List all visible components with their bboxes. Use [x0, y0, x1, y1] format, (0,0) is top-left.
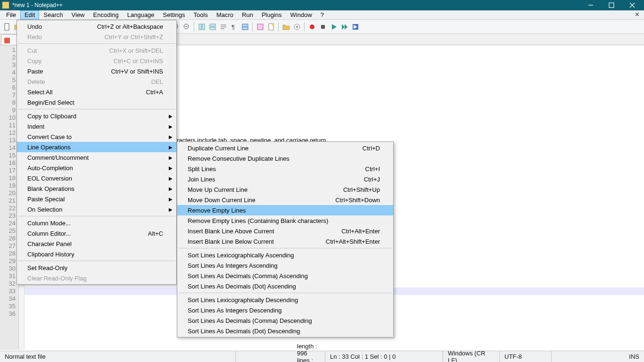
menu-column-mode[interactable]: Column Mode...	[17, 218, 176, 228]
menu-remove-dup[interactable]: Remove Consecutive Duplicate Lines	[177, 153, 393, 164]
maximize-button[interactable]	[602, 0, 621, 10]
menu-sort-lex-asc[interactable]: Sort Lines Lexicographically Ascending	[177, 250, 393, 260]
menu-copy[interactable]: CopyCtrl+C or Ctrl+INS	[17, 56, 176, 66]
menu-sort-int-desc[interactable]: Sort Lines As Integers Descending	[177, 305, 393, 315]
folder-icon[interactable]	[281, 22, 291, 32]
svg-rect-37	[202, 24, 205, 30]
menu-language[interactable]: Language	[123, 10, 159, 19]
svg-rect-46	[257, 24, 263, 30]
menu-sort-dec-c-asc[interactable]: Sort Lines As Decimals (Comma) Ascending	[177, 271, 393, 281]
play-icon[interactable]	[329, 22, 339, 32]
menu-select-all[interactable]: Select AllCtrl+A	[17, 87, 176, 97]
show-all-chars-icon[interactable]: ¶	[229, 22, 239, 32]
minimize-button[interactable]	[581, 0, 601, 10]
menu-eol[interactable]: EOL Conversion▶	[17, 173, 176, 183]
record-icon[interactable]	[307, 22, 317, 32]
zoom-out-icon[interactable]	[182, 22, 191, 32]
menu-insert-below[interactable]: Insert Blank Line Below CurrentCtrl+Alt+…	[177, 236, 393, 247]
monitor-icon[interactable]	[292, 22, 302, 32]
menu-file[interactable]: File	[2, 10, 20, 19]
menu-comment[interactable]: Comment/Uncomment▶	[17, 152, 176, 163]
menu-tools[interactable]: Tools	[190, 10, 212, 19]
menu-indent[interactable]: Indent▶	[17, 121, 176, 132]
menu-split-lines[interactable]: Split LinesCtrl+I	[177, 164, 393, 174]
edit-menu-dropdown: UndoCtrl+Z or Alt+Backspace RedoCtrl+Y o…	[17, 20, 177, 285]
menu-help[interactable]: ?	[316, 10, 328, 19]
svg-rect-39	[210, 27, 215, 30]
sync-v-icon[interactable]	[197, 22, 206, 32]
sync-h-icon[interactable]	[207, 22, 217, 32]
svg-rect-4	[5, 24, 9, 30]
menu-copy-clipboard[interactable]: Copy to Clipboard▶	[17, 111, 176, 121]
menu-paste[interactable]: PasteCtrl+V or Shift+INS	[17, 66, 176, 76]
save-macro-icon[interactable]	[350, 22, 360, 32]
status-length: length : 996 lines : 36	[236, 351, 325, 362]
menu-duplicate-line[interactable]: Duplicate Current LineCtrl+D	[177, 143, 393, 153]
close-document-icon[interactable]: ×	[630, 10, 644, 19]
menu-insert-above[interactable]: Insert Blank Line Above CurrentCtrl+Alt+…	[177, 226, 393, 236]
menu-move-down[interactable]: Move Down Current LineCtrl+Shift+Down	[177, 195, 393, 205]
status-filetype: Normal text file	[0, 351, 236, 362]
menu-clipboard-history[interactable]: Clipboard History	[17, 249, 176, 259]
lang-icon[interactable]	[255, 22, 265, 32]
menu-sort-dec-d-asc[interactable]: Sort Lines As Decimals (Dot) Ascending	[177, 281, 393, 291]
status-eol: Windows (CR LF)	[443, 351, 500, 362]
stop-icon[interactable]	[318, 22, 328, 32]
svg-rect-52	[321, 25, 325, 29]
menu-join-lines[interactable]: Join LinesCtrl+J	[177, 174, 393, 184]
svg-rect-1	[609, 3, 614, 8]
menu-move-up[interactable]: Move Up Current LineCtrl+Shift+Up	[177, 184, 393, 195]
menu-run[interactable]: Run	[238, 10, 257, 19]
menu-set-readonly[interactable]: Set Read-Only	[17, 263, 176, 273]
svg-text:¶: ¶	[231, 24, 235, 31]
menu-edit[interactable]: Edit	[20, 10, 39, 19]
menubar: File Edit Search View Encoding Language …	[0, 10, 644, 20]
menu-clear-readonly[interactable]: Clear Read-Only Flag	[17, 273, 176, 283]
menu-sort-dec-d-desc[interactable]: Sort Lines As Decimals (Dot) Descending	[177, 326, 393, 336]
menu-window[interactable]: Window	[286, 10, 316, 19]
close-button[interactable]	[622, 0, 642, 10]
menu-auto-completion[interactable]: Auto-Completion▶	[17, 163, 176, 173]
menu-column-editor[interactable]: Column Editor...Alt+C	[17, 228, 176, 239]
menu-sort-int-asc[interactable]: Sort Lines As Integers Ascending	[177, 260, 393, 271]
menu-encoding[interactable]: Encoding	[89, 10, 123, 19]
svg-point-51	[310, 25, 314, 29]
menu-character-panel[interactable]: Character Panel	[17, 239, 176, 249]
statusbar: Normal text file length : 996 lines : 36…	[0, 351, 644, 362]
menu-search[interactable]: Search	[39, 10, 67, 19]
menu-settings[interactable]: Settings	[159, 10, 190, 19]
menu-view[interactable]: View	[67, 10, 89, 19]
menu-sort-lex-desc[interactable]: Sort Lines Lexicographically Descending	[177, 295, 393, 305]
svg-point-48	[272, 24, 274, 26]
line-operations-submenu: Duplicate Current LineCtrl+D Remove Cons…	[177, 141, 394, 337]
wrap-icon[interactable]	[218, 22, 228, 32]
indent-guide-icon[interactable]	[240, 22, 250, 32]
svg-rect-38	[210, 24, 215, 26]
window-title: *new 1 - Notepad++	[12, 2, 581, 8]
menu-remove-empty-lines[interactable]: Remove Empty Lines	[177, 205, 393, 215]
menu-begin-end-select[interactable]: Begin/End Select	[17, 97, 176, 107]
titlebar: *new 1 - Notepad++	[0, 0, 644, 10]
app-icon	[2, 1, 9, 9]
menu-cut[interactable]: CutCtrl+X or Shift+DEL	[17, 45, 176, 56]
menu-plugins[interactable]: Plugins	[257, 10, 286, 19]
menu-macro[interactable]: Macro	[212, 10, 238, 19]
menu-blank-ops[interactable]: Blank Operations▶	[17, 183, 176, 194]
menu-sort-dec-c-desc[interactable]: Sort Lines As Decimals (Comma) Descendin…	[177, 315, 393, 326]
status-ins: INS	[624, 351, 644, 362]
menu-remove-empty-blank[interactable]: Remove Empty Lines (Containing Blank cha…	[177, 215, 393, 226]
new-file-icon[interactable]	[2, 22, 12, 32]
tab-modified-icon	[4, 38, 10, 43]
svg-rect-36	[199, 24, 201, 30]
menu-convert-case[interactable]: Convert Case to▶	[17, 132, 176, 142]
menu-undo[interactable]: UndoCtrl+Z or Alt+Backspace	[17, 21, 176, 32]
status-pos: Ln : 33 Col : 1 Sel : 0 | 0	[325, 351, 443, 362]
menu-on-selection[interactable]: On Selection▶	[17, 204, 176, 214]
menu-paste-special[interactable]: Paste Special▶	[17, 194, 176, 204]
play-multi-icon[interactable]	[339, 22, 349, 32]
doc-map-icon[interactable]	[266, 22, 276, 32]
menu-redo[interactable]: RedoCtrl+Y or Ctrl+Shift+Z	[17, 32, 176, 42]
menu-line-operations[interactable]: Line Operations▶	[17, 142, 176, 152]
menu-delete[interactable]: DeleteDEL	[17, 76, 176, 87]
line-number-gutter: 1234567891011121314151617181920212223242…	[0, 45, 19, 350]
